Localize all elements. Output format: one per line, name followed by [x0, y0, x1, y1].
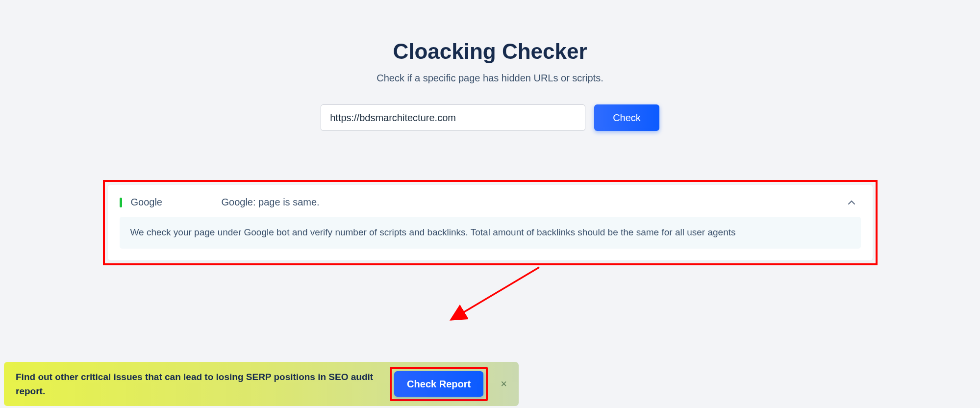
promo-banner: Find out other critical issues that can …: [4, 362, 519, 406]
url-input[interactable]: [321, 104, 585, 131]
result-card[interactable]: Google Google: page is same. We check yo…: [108, 185, 873, 260]
annotation-arrow-icon: [427, 263, 554, 327]
chevron-up-icon[interactable]: [848, 199, 855, 206]
url-form: Check: [321, 104, 659, 131]
status-indicator: [120, 198, 122, 207]
result-description: We check your page under Google bot and …: [120, 217, 861, 249]
annotation-box-cta: Check Report: [390, 367, 488, 401]
check-button[interactable]: Check: [594, 104, 659, 131]
result-provider: Google: [131, 197, 222, 208]
svg-line-0: [451, 267, 539, 320]
annotation-box-result: Google Google: page is same. We check yo…: [103, 180, 878, 265]
result-status-text: Google: page is same.: [222, 197, 320, 208]
page-title: Cloacking Checker: [393, 39, 587, 64]
result-header[interactable]: Google Google: page is same.: [120, 197, 861, 208]
banner-text: Find out other critical issues that can …: [16, 370, 390, 399]
close-icon[interactable]: ×: [495, 377, 513, 391]
page-subtitle: Check if a specific page has hidden URLs…: [377, 73, 603, 84]
check-report-button[interactable]: Check Report: [394, 371, 483, 397]
